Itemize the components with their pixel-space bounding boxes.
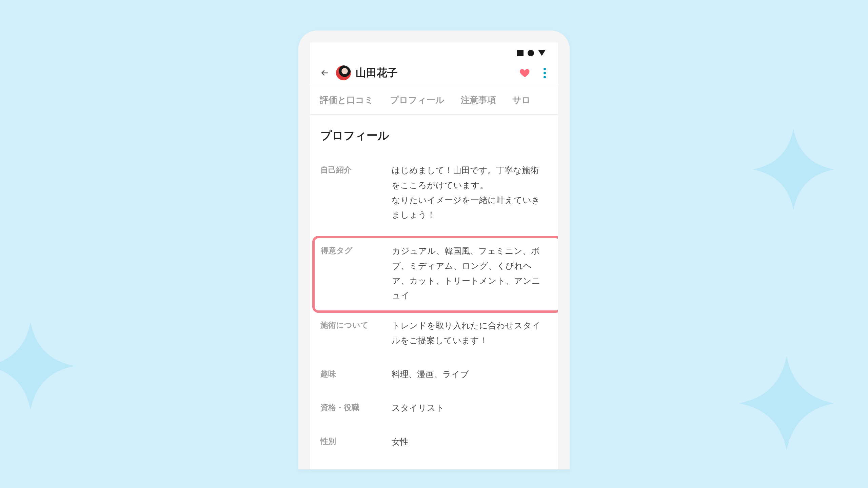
section-title: プロフィール <box>320 128 554 143</box>
highlight-box: 得意タグ カジュアル、韓国風、フェミニン、ボブ、ミディアム、ロング、くびれヘア、… <box>312 236 558 313</box>
value-role: スタイリスト <box>392 401 554 415</box>
status-triangle-icon <box>538 50 546 56</box>
row-tags: 得意タグ カジュアル、韓国風、フェミニン、ボブ、ミディアム、ロング、くびれヘア、… <box>321 241 554 308</box>
page-title: 山田花子 <box>356 66 514 80</box>
status-square-icon <box>517 50 524 56</box>
sparkle-icon <box>753 129 834 210</box>
back-button[interactable] <box>318 66 331 79</box>
status-bar <box>310 42 558 63</box>
app-bar: 山田花子 <box>310 63 558 86</box>
sparkle-icon <box>0 322 75 410</box>
stage: 山田花子 評価と口コミ プロフィール 注意事項 サロ プロフィール <box>0 0 868 488</box>
tab-profile[interactable]: プロフィール <box>390 94 445 106</box>
label-role: 資格・役職 <box>320 401 392 415</box>
label-treatment: 施術について <box>320 318 392 348</box>
value-gender: 女性 <box>392 434 554 449</box>
dot-icon <box>544 68 546 70</box>
heart-icon <box>519 67 531 79</box>
label-intro: 自己紹介 <box>320 163 392 222</box>
value-intro: はじめまして！山田です。丁寧な施術をこころがけています。なりたいイメージを一緒に… <box>392 163 554 222</box>
screen: 山田花子 評価と口コミ プロフィール 注意事項 サロ プロフィール <box>310 42 558 469</box>
value-tags: カジュアル、韓国風、フェミニン、ボブ、ミディアム、ロング、くびれヘア、カット、ト… <box>392 244 554 303</box>
content: プロフィール 自己紹介 はじめまして！山田です。丁寧な施術をこころがけています。… <box>310 115 558 463</box>
sparkle-icon <box>739 356 834 451</box>
label-tags: 得意タグ <box>321 244 392 303</box>
arrow-left-icon <box>320 68 329 77</box>
label-hobby: 趣味 <box>320 367 392 382</box>
dot-icon <box>544 72 546 74</box>
row-role: 資格・役職 スタイリスト <box>320 395 554 429</box>
phone-frame: 山田花子 評価と口コミ プロフィール 注意事項 サロ プロフィール <box>298 30 570 469</box>
tab-reviews[interactable]: 評価と口コミ <box>320 94 374 106</box>
row-treatment: 施術について トレンドを取り入れたに合わせスタイルをご提案しています！ <box>320 313 554 362</box>
row-intro: 自己紹介 はじめまして！山田です。丁寧な施術をこころがけています。なりたいイメー… <box>320 158 554 236</box>
label-gender: 性別 <box>320 434 392 449</box>
favorite-button[interactable] <box>519 67 531 79</box>
more-button[interactable] <box>539 67 550 79</box>
avatar[interactable] <box>336 65 351 80</box>
status-circle-icon <box>528 50 534 56</box>
dot-icon <box>544 76 546 78</box>
value-treatment: トレンドを取り入れたに合わせスタイルをご提案しています！ <box>392 318 554 348</box>
tab-notice[interactable]: 注意事項 <box>461 94 496 106</box>
value-hobby: 料理、漫画、ライブ <box>392 367 554 382</box>
tabs: 評価と口コミ プロフィール 注意事項 サロ <box>310 86 558 115</box>
row-hobby: 趣味 料理、漫画、ライブ <box>320 362 554 395</box>
row-gender: 性別 女性 <box>320 429 554 463</box>
tab-salon[interactable]: サロ <box>512 94 531 106</box>
